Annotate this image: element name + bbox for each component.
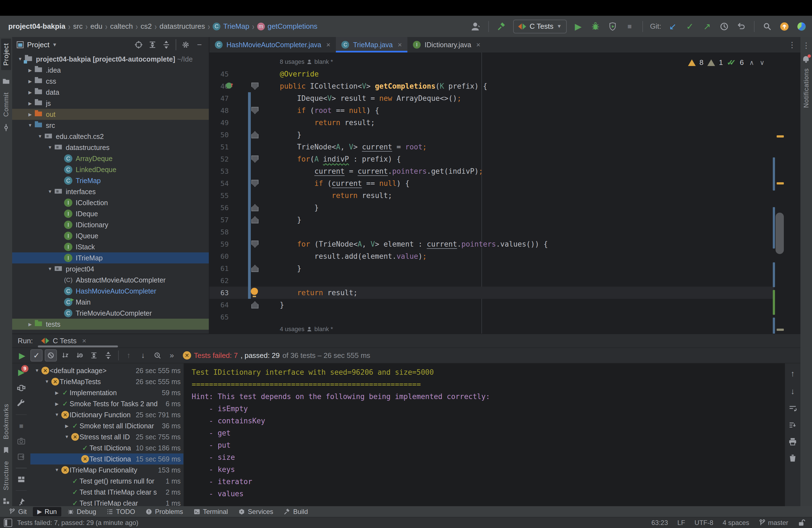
thread-dump-button[interactable] <box>16 437 27 446</box>
pin-tab-button[interactable] <box>16 497 27 506</box>
run-button[interactable]: ▶ <box>573 21 584 32</box>
tool-window-button-todo[interactable]: TODO <box>102 507 140 516</box>
suspend-button[interactable]: ■ <box>16 421 27 430</box>
code-line[interactable]: 52 for(A indivP : prefix) { <box>209 153 774 165</box>
project-tree-row[interactable]: CTrieMovieAutoCompleter <box>12 308 209 319</box>
scroll-down-button[interactable]: ↓ <box>791 386 795 396</box>
run-configuration-select[interactable]: C Tests ▼ <box>513 19 567 33</box>
breadcrumb-item[interactable]: edu <box>90 22 102 31</box>
collapse-all-button[interactable] <box>102 349 114 362</box>
project-tree-row[interactable]: ▶.idea <box>12 64 209 76</box>
close-icon[interactable]: × <box>398 41 402 49</box>
usages-annotation[interactable]: 8 usagesblank * <box>276 58 333 65</box>
code-line[interactable]: 60 result.add(element.value); <box>209 250 774 262</box>
project-tree-row[interactable]: C▶Main <box>12 297 209 308</box>
show-passed-toggle[interactable]: ✓ <box>30 349 43 362</box>
project-tree-row[interactable]: ▶css <box>12 76 209 87</box>
project-tree-row[interactable]: IITrieMap <box>12 252 209 263</box>
tool-window-commit[interactable]: Commit <box>2 92 10 117</box>
close-icon[interactable]: × <box>82 337 86 345</box>
attach-button[interactable] <box>16 452 27 461</box>
tool-window-notifications[interactable]: Notifications <box>802 68 810 108</box>
indent-setting[interactable]: 4 spaces <box>723 519 749 527</box>
run-with-coverage-button[interactable] <box>607 21 618 32</box>
code-line[interactable]: 49 return result; <box>209 117 774 129</box>
tree-chevron-icon[interactable]: ▶ <box>26 112 34 117</box>
show-ignored-toggle[interactable] <box>45 349 57 362</box>
file-encoding[interactable]: UTF-8 <box>695 519 713 527</box>
commit-icon[interactable] <box>2 124 10 131</box>
hide-panel-button[interactable]: − <box>194 39 205 50</box>
close-icon[interactable]: × <box>326 41 330 49</box>
fold-region-start-icon[interactable] <box>251 83 259 90</box>
fold-region-end-icon[interactable] <box>251 216 259 223</box>
tree-chevron-icon[interactable]: ▼ <box>46 189 54 194</box>
run-tab[interactable]: C Tests × <box>40 334 87 348</box>
fold-region-end-icon[interactable] <box>251 131 259 138</box>
project-tree-row[interactable]: IIDeque <box>12 208 209 219</box>
code-line[interactable]: 51 TrieNode<A, V> current = root; <box>209 141 774 153</box>
rollback-button[interactable] <box>736 21 747 32</box>
project-tree-row[interactable]: ▶out <box>12 109 209 120</box>
test-tree-row[interactable]: ▼✕IDictionary Function25 sec 791 ms <box>30 409 184 420</box>
expand-all-button[interactable] <box>88 349 100 362</box>
tree-chevron-icon[interactable]: ▼ <box>36 134 44 139</box>
project-tree-row[interactable]: ▶data <box>12 87 209 98</box>
lock-widget[interactable] <box>798 519 806 527</box>
breadcrumb-item[interactable]: caltech <box>110 22 133 31</box>
breadcrumb-item[interactable]: datastructures <box>160 22 205 31</box>
tool-window-button-terminal[interactable]: Terminal <box>189 507 233 516</box>
project-tree-row[interactable]: CLinkedDeque <box>12 164 209 175</box>
tool-window-button-git[interactable]: Git <box>4 507 31 516</box>
test-tree-row[interactable]: ✓Test that ITrieMap clear s2 ms <box>30 487 184 498</box>
test-tree-row[interactable]: ▶✓Smoke test all IDictionar36 ms <box>30 420 184 431</box>
code-line[interactable]: 63 return result; <box>209 287 774 299</box>
breadcrumb-item[interactable]: getCompletions <box>267 22 318 31</box>
scroll-up-button[interactable]: ↑ <box>791 369 795 378</box>
fold-region-start-icon[interactable] <box>251 240 259 248</box>
fold-region-end-icon[interactable] <box>251 301 259 308</box>
clear-all-button[interactable] <box>788 454 797 462</box>
collapse-all-button[interactable] <box>161 39 172 50</box>
inspection-widget[interactable]: 8 1 ✓✓ 6 ∧ ∨ <box>688 58 765 67</box>
build-project-button[interactable] <box>496 21 507 32</box>
test-tree-row[interactable]: ✓Test IDictiona10 sec 186 ms <box>30 442 184 453</box>
project-tree-row[interactable]: ▼project04 <box>12 263 209 275</box>
caret-position[interactable]: 63:23 <box>652 519 668 527</box>
override-gutter-icon[interactable]: ↑ <box>226 82 233 89</box>
structure-icon[interactable] <box>2 497 10 504</box>
toggle-auto-test-button[interactable] <box>16 384 27 392</box>
tool-window-button-problems[interactable]: Problems <box>141 507 187 516</box>
select-opened-file-button[interactable] <box>133 39 144 50</box>
soft-wrap-button[interactable] <box>788 404 797 413</box>
settings-button[interactable] <box>180 39 191 50</box>
project-tree-row[interactable]: CTrieMap <box>12 175 209 186</box>
editor-tab[interactable]: IIDictionary.java× <box>407 37 486 53</box>
tree-chevron-icon[interactable]: ▶ <box>26 322 34 327</box>
tool-window-project[interactable]: Project <box>1 39 11 70</box>
tree-chevron-icon[interactable]: ▼ <box>46 145 54 150</box>
code-line[interactable]: 56 } <box>209 202 774 214</box>
code-line[interactable]: 62 <box>209 275 774 287</box>
project-tree-row[interactable]: ▼project04-bakpia [project04-autocomplet… <box>12 54 209 64</box>
code-line[interactable]: 58 <box>209 226 774 238</box>
test-tree-row[interactable]: ✓Test ITrieMap clear1 ms <box>30 498 184 506</box>
test-tree-row[interactable]: ✕Test IDictiona15 sec 569 ms <box>30 453 184 465</box>
fold-region-start-icon[interactable] <box>251 180 259 187</box>
tree-chevron-icon[interactable]: ▼ <box>26 123 34 128</box>
next-failed-test-button[interactable]: ↓ <box>137 349 149 362</box>
project-tree-row[interactable]: ▶js <box>12 98 209 109</box>
project-view-title[interactable]: Project <box>27 41 49 49</box>
code-line[interactable]: 57 } <box>209 214 774 226</box>
print-button[interactable] <box>788 437 797 446</box>
project-tree-row[interactable]: (C)AbstractMovieAutoCompleter <box>12 275 209 285</box>
project-tree-row[interactable]: IICollection <box>12 197 209 208</box>
layout-settings-button[interactable] <box>16 475 27 484</box>
scroll-to-end-button[interactable] <box>788 421 797 429</box>
test-tree-row[interactable]: ▶✓Implementation59 ms <box>30 387 184 398</box>
scrollbar-thumb[interactable] <box>775 212 784 254</box>
project-tree-row[interactable]: ▼edu.caltech.cs2 <box>12 131 209 142</box>
code-line[interactable]: 50 } <box>209 129 774 141</box>
code-line[interactable]: 65 <box>209 311 774 323</box>
tool-window-widget-icon[interactable] <box>4 518 12 527</box>
